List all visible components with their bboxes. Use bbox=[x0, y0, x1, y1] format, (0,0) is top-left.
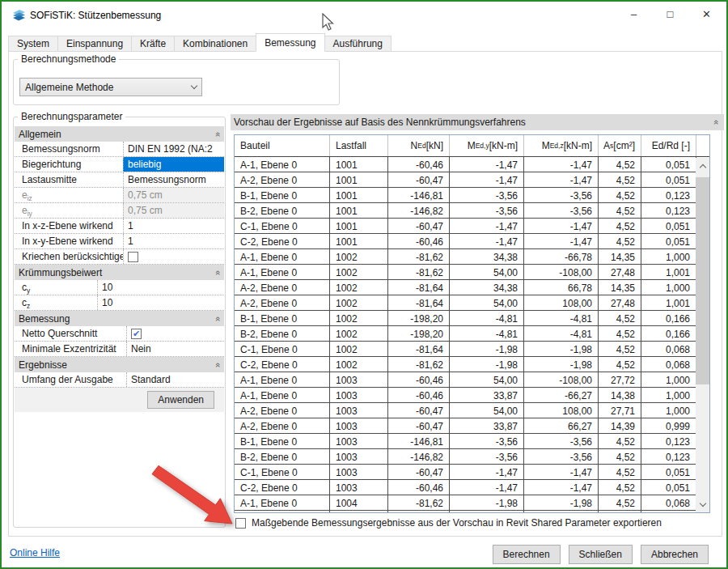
column-header[interactable]: MEd,y [kN-m] bbox=[450, 135, 524, 156]
table-cell: 0,068 bbox=[641, 511, 696, 513]
table-row[interactable]: A-1, Ebene 01002-81,6234,38-66,7814,351,… bbox=[235, 249, 709, 265]
param-value[interactable]: Bemessungsnorm bbox=[123, 172, 224, 187]
cancel-button[interactable]: Abbrechen bbox=[641, 545, 709, 564]
vertical-scrollbar[interactable] bbox=[696, 158, 709, 512]
table-cell: A-2, Ebene 0 bbox=[235, 511, 330, 513]
table-cell: 14,35 bbox=[599, 249, 641, 265]
table-row[interactable]: A-2, Ebene 01002-81,6454,00108,0027,481,… bbox=[235, 295, 709, 311]
export-option[interactable]: Maßgebende Bemessungsergebnisse aus der … bbox=[235, 517, 662, 529]
collapse-icon[interactable]: « bbox=[214, 270, 222, 274]
checkbox[interactable]: ✔ bbox=[131, 329, 142, 339]
tab-system[interactable]: System bbox=[8, 36, 58, 52]
param-value[interactable]: 1 bbox=[123, 234, 224, 248]
table-row[interactable]: A-1, Ebene 01002-81,6254,00-108,0027,481… bbox=[235, 265, 709, 280]
table-row[interactable]: A-1, Ebene 01003-60,4633,87-66,2714,381,… bbox=[235, 388, 709, 403]
table-row[interactable]: B-2, Ebene 01001-146,82-3,56-3,564,520,1… bbox=[235, 203, 709, 219]
collapse-icon[interactable]: « bbox=[214, 316, 222, 321]
method-dropdown[interactable]: Allgemeine Methode bbox=[19, 78, 202, 96]
table-row[interactable]: A-2, Ebene 01004-81,64-1,98-1,984,520,06… bbox=[235, 511, 709, 513]
close-button[interactable]: Schließen bbox=[569, 545, 633, 564]
param-row[interactable]: Biegerichtungbeliebig bbox=[15, 157, 224, 172]
table-row[interactable]: B-1, Ebene 01002-198,20-4,81-4,814,520,1… bbox=[235, 311, 709, 326]
tab-bemessung[interactable]: Bemessung bbox=[256, 33, 324, 52]
param-value[interactable]: Nein bbox=[126, 342, 224, 356]
param-value[interactable]: 10 bbox=[97, 295, 224, 310]
online-help-link[interactable]: Online Hilfe bbox=[10, 547, 60, 558]
tab-kombinationen[interactable]: Kombinationen bbox=[174, 36, 256, 52]
table-row[interactable]: A-2, Ebene 01002-81,6434,3866,7814,351,0… bbox=[235, 280, 709, 295]
minimize-icon[interactable]: – bbox=[616, 2, 652, 26]
param-value[interactable]: 0,75 cm bbox=[123, 203, 224, 218]
param-row[interactable]: Netto Querschnitt✔ bbox=[15, 326, 224, 342]
table-row[interactable]: C-2, Ebene 01002-81,62-1,98-1,984,520,06… bbox=[235, 357, 709, 372]
param-value[interactable]: Standard bbox=[126, 372, 224, 387]
section-header[interactable]: Ergebnisse« bbox=[15, 357, 224, 372]
table-row[interactable]: A-2, Ebene 01003-60,4733,8766,2714,390,9… bbox=[235, 418, 709, 434]
param-value[interactable]: 0,75 cm bbox=[123, 188, 224, 202]
section-header[interactable]: Bemessung« bbox=[15, 311, 224, 326]
table-cell: -60,47 bbox=[388, 403, 450, 418]
scrollbar-thumb[interactable] bbox=[696, 177, 709, 384]
table-cell: -1,98 bbox=[524, 342, 599, 357]
apply-button[interactable]: Anwenden bbox=[147, 391, 214, 409]
param-value[interactable]: beliebig bbox=[123, 157, 224, 172]
checkbox[interactable] bbox=[128, 252, 138, 262]
column-header[interactable]: NEd [kN] bbox=[388, 135, 450, 156]
param-value[interactable]: 10 bbox=[97, 280, 224, 295]
param-row[interactable]: Umfang der AusgabeStandard bbox=[15, 372, 224, 388]
collapse-icon[interactable]: « bbox=[713, 120, 721, 125]
section-header[interactable]: Krümmungsbeiwert« bbox=[15, 265, 224, 280]
table-row[interactable]: A-2, Ebene 01001-60,47-1,47-1,474,520,05… bbox=[235, 172, 709, 188]
collapse-icon[interactable]: « bbox=[214, 131, 222, 136]
table-row[interactable]: A-1, Ebene 01004-81,62-1,98-1,984,520,06… bbox=[235, 495, 709, 511]
param-row[interactable]: LastausmitteBemessungsnorm bbox=[15, 172, 224, 188]
collapse-icon[interactable]: « bbox=[214, 362, 222, 367]
table-row[interactable]: A-1, Ebene 01003-60,4654,00-108,0027,721… bbox=[235, 372, 709, 388]
column-header[interactable]: As [cm²] bbox=[599, 135, 641, 156]
table-row[interactable]: B-2, Ebene 01002-198,20-4,81-4,814,520,1… bbox=[235, 326, 709, 342]
table-row[interactable]: C-1, Ebene 01002-81,64-1,98-1,984,520,06… bbox=[235, 342, 709, 357]
param-value[interactable] bbox=[123, 249, 224, 264]
param-row[interactable]: In x-z-Ebene wirkend1 bbox=[15, 219, 224, 234]
param-row[interactable]: Kriechen berücksichtigen bbox=[15, 249, 224, 265]
tab-kraefte[interactable]: Kräfte bbox=[131, 36, 175, 52]
section-header[interactable]: Allgemein« bbox=[15, 126, 224, 142]
calculate-button[interactable]: Berechnen bbox=[493, 545, 561, 564]
table-row[interactable]: C-2, Ebene 01003-60,46-1,47-1,474,520,05… bbox=[235, 480, 709, 495]
table-row[interactable]: A-2, Ebene 01003-60,4754,00108,0027,711,… bbox=[235, 403, 709, 418]
maximize-icon[interactable]: □ bbox=[652, 2, 688, 26]
param-row[interactable]: Minimale ExzentrizitätNein bbox=[15, 342, 224, 357]
table-row[interactable]: B-1, Ebene 01001-146,81-3,56-3,564,520,1… bbox=[235, 188, 709, 203]
table-row[interactable]: B-1, Ebene 01003-146,81-3,56-3,564,520,1… bbox=[235, 434, 709, 449]
column-header[interactable]: Bauteil bbox=[235, 135, 330, 156]
preview-header[interactable]: Vorschau der Ergebnisse auf Basis des Ne… bbox=[231, 114, 724, 130]
param-row[interactable]: eiz0,75 cm bbox=[15, 188, 224, 203]
results-header-row: BauteilLastfallNEd [kN]MEd,y [kN-m]MEd,z… bbox=[235, 135, 709, 157]
tab-einspannung[interactable]: Einspannung bbox=[57, 36, 132, 52]
table-row[interactable]: B-2, Ebene 01003-146,82-3,56-3,564,520,1… bbox=[235, 449, 709, 465]
tab-ausfuehrung[interactable]: Ausführung bbox=[324, 36, 392, 52]
param-row[interactable]: cz10 bbox=[15, 295, 224, 311]
param-value[interactable]: DIN EN 1992 (NA:2 bbox=[123, 142, 224, 156]
table-row[interactable]: C-1, Ebene 01003-60,47-1,47-1,474,520,05… bbox=[235, 465, 709, 480]
param-value[interactable]: 1 bbox=[123, 219, 224, 233]
table-cell: 54,00 bbox=[450, 372, 524, 388]
table-cell: -1,98 bbox=[450, 357, 524, 372]
param-value[interactable]: ✔ bbox=[126, 326, 224, 341]
column-header[interactable]: Lastfall bbox=[330, 135, 388, 156]
column-header[interactable]: MEd,z [kN-m] bbox=[524, 135, 599, 156]
table-row[interactable]: A-1, Ebene 01001-60,46-1,47-1,474,520,05… bbox=[235, 157, 709, 172]
param-row[interactable]: BemessungsnormDIN EN 1992 (NA:2 bbox=[15, 142, 224, 157]
param-row[interactable]: eiy0,75 cm bbox=[15, 203, 224, 219]
column-header[interactable]: Ed/Rd [-] bbox=[641, 135, 696, 156]
table-cell: 27,48 bbox=[599, 265, 641, 280]
table-row[interactable]: C-2, Ebene 01001-60,46-1,47-1,474,520,05… bbox=[235, 234, 709, 249]
param-row[interactable]: cy10 bbox=[15, 280, 224, 295]
table-cell: -81,64 bbox=[388, 280, 450, 295]
close-icon[interactable]: ✕ bbox=[688, 2, 725, 26]
section-title: Ergebnisse bbox=[19, 359, 216, 371]
param-row[interactable]: In x-y-Ebene wirkend1 bbox=[15, 234, 224, 249]
scroll-down-icon[interactable] bbox=[696, 498, 709, 512]
table-row[interactable]: C-1, Ebene 01001-60,47-1,47-1,474,520,05… bbox=[235, 219, 709, 234]
scroll-up-icon[interactable] bbox=[696, 159, 709, 173]
